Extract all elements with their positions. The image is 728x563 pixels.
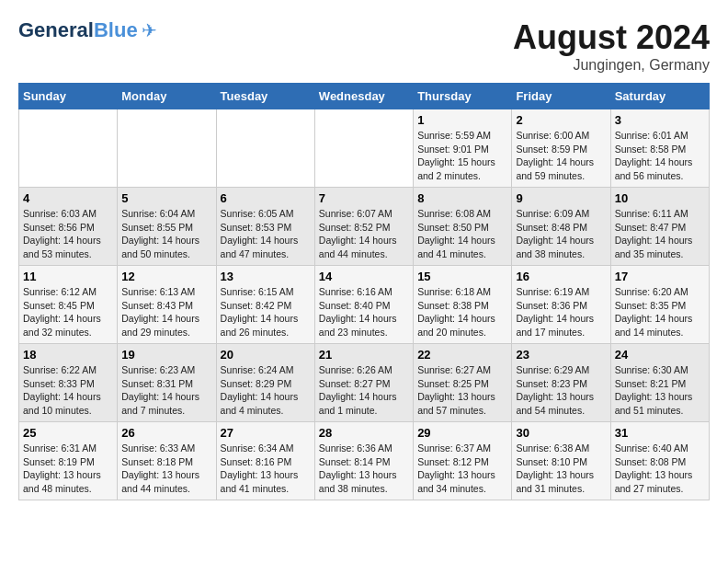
day-info: Sunrise: 6:09 AMSunset: 8:48 PMDaylight:… xyxy=(516,207,606,261)
day-number: 13 xyxy=(221,270,311,283)
day-info: Sunrise: 6:00 AMSunset: 8:59 PMDaylight:… xyxy=(516,129,606,183)
week-row-1: 1Sunrise: 5:59 AMSunset: 9:01 PMDaylight… xyxy=(19,109,710,188)
header-saturday: Saturday xyxy=(610,84,709,109)
day-number: 22 xyxy=(417,348,507,362)
day-info: Sunrise: 6:40 AMSunset: 8:08 PMDaylight:… xyxy=(615,442,705,496)
calendar-cell-2-0: 11Sunrise: 6:12 AMSunset: 8:45 PMDayligh… xyxy=(19,266,118,344)
logo: GeneralBlue ✈ xyxy=(18,18,157,42)
calendar-cell-4-4: 29Sunrise: 6:37 AMSunset: 8:12 PMDayligh… xyxy=(414,422,512,500)
day-info: Sunrise: 6:27 AMSunset: 8:25 PMDaylight:… xyxy=(417,363,507,418)
day-number: 14 xyxy=(319,270,409,283)
calendar-cell-1-6: 10Sunrise: 6:11 AMSunset: 8:47 PMDayligh… xyxy=(610,188,709,266)
calendar-cell-0-5: 2Sunrise: 6:00 AMSunset: 8:59 PMDaylight… xyxy=(512,109,610,188)
day-number: 27 xyxy=(221,426,311,440)
title-block: August 2024 Jungingen, Germany xyxy=(513,18,710,74)
calendar-cell-4-1: 26Sunrise: 6:33 AMSunset: 8:18 PMDayligh… xyxy=(118,422,216,500)
calendar-cell-1-0: 4Sunrise: 6:03 AMSunset: 8:56 PMDaylight… xyxy=(19,188,118,266)
calendar-cell-2-5: 16Sunrise: 6:19 AMSunset: 8:36 PMDayligh… xyxy=(512,266,610,344)
day-info: Sunrise: 6:23 AMSunset: 8:31 PMDaylight:… xyxy=(121,363,211,418)
calendar-cell-3-3: 21Sunrise: 6:26 AMSunset: 8:27 PMDayligh… xyxy=(314,344,413,422)
day-info: Sunrise: 6:38 AMSunset: 8:10 PMDaylight:… xyxy=(516,442,606,496)
day-info: Sunrise: 6:04 AMSunset: 8:55 PMDaylight:… xyxy=(121,207,211,261)
calendar-cell-0-1 xyxy=(118,109,216,188)
day-number: 18 xyxy=(23,348,113,362)
header-wednesday: Wednesday xyxy=(314,84,413,109)
day-info: Sunrise: 6:20 AMSunset: 8:35 PMDaylight:… xyxy=(615,285,705,339)
calendar-cell-0-6: 3Sunrise: 6:01 AMSunset: 8:58 PMDaylight… xyxy=(610,109,709,188)
day-number: 3 xyxy=(615,113,705,127)
logo-text: GeneralBlue xyxy=(18,18,138,42)
day-number: 20 xyxy=(221,348,311,362)
day-number: 16 xyxy=(516,270,606,283)
day-number: 30 xyxy=(516,426,606,440)
day-number: 25 xyxy=(23,426,113,440)
day-info: Sunrise: 6:05 AMSunset: 8:53 PMDaylight:… xyxy=(221,207,311,261)
calendar-table: Sunday Monday Tuesday Wednesday Thursday… xyxy=(18,83,710,500)
calendar-cell-2-3: 14Sunrise: 6:16 AMSunset: 8:40 PMDayligh… xyxy=(314,266,413,344)
calendar-cell-3-6: 24Sunrise: 6:30 AMSunset: 8:21 PMDayligh… xyxy=(610,344,709,422)
calendar-cell-3-5: 23Sunrise: 6:29 AMSunset: 8:23 PMDayligh… xyxy=(512,344,610,422)
day-number: 26 xyxy=(121,426,211,440)
header-friday: Friday xyxy=(512,84,610,109)
day-number: 21 xyxy=(319,348,409,362)
day-info: Sunrise: 6:16 AMSunset: 8:40 PMDaylight:… xyxy=(319,285,409,339)
day-info: Sunrise: 6:29 AMSunset: 8:23 PMDaylight:… xyxy=(516,363,606,418)
day-number: 24 xyxy=(615,348,705,362)
logo-bird-icon: ✈ xyxy=(142,19,157,41)
month-year-title: August 2024 xyxy=(513,18,710,57)
day-info: Sunrise: 6:15 AMSunset: 8:42 PMDaylight:… xyxy=(221,285,311,339)
header-sunday: Sunday xyxy=(19,84,118,109)
day-info: Sunrise: 6:11 AMSunset: 8:47 PMDaylight:… xyxy=(615,207,705,261)
calendar-cell-2-6: 17Sunrise: 6:20 AMSunset: 8:35 PMDayligh… xyxy=(610,266,709,344)
calendar-cell-4-5: 30Sunrise: 6:38 AMSunset: 8:10 PMDayligh… xyxy=(512,422,610,500)
day-number: 4 xyxy=(23,191,113,205)
day-info: Sunrise: 6:22 AMSunset: 8:33 PMDaylight:… xyxy=(23,363,113,418)
day-info: Sunrise: 6:01 AMSunset: 8:58 PMDaylight:… xyxy=(615,129,705,183)
calendar-cell-3-2: 20Sunrise: 6:24 AMSunset: 8:29 PMDayligh… xyxy=(216,344,314,422)
day-info: Sunrise: 6:13 AMSunset: 8:43 PMDaylight:… xyxy=(121,285,211,339)
day-number: 28 xyxy=(319,426,409,440)
day-info: Sunrise: 6:36 AMSunset: 8:14 PMDaylight:… xyxy=(319,442,409,496)
header-monday: Monday xyxy=(118,84,216,109)
day-number: 29 xyxy=(417,426,507,440)
day-info: Sunrise: 6:26 AMSunset: 8:27 PMDaylight:… xyxy=(319,363,409,418)
day-number: 19 xyxy=(121,348,211,362)
day-info: Sunrise: 6:24 AMSunset: 8:29 PMDaylight:… xyxy=(221,363,311,418)
calendar-cell-3-4: 22Sunrise: 6:27 AMSunset: 8:25 PMDayligh… xyxy=(414,344,512,422)
calendar-cell-4-2: 27Sunrise: 6:34 AMSunset: 8:16 PMDayligh… xyxy=(216,422,314,500)
day-number: 17 xyxy=(615,270,705,283)
day-number: 7 xyxy=(319,191,409,205)
day-number: 5 xyxy=(121,191,211,205)
week-row-5: 25Sunrise: 6:31 AMSunset: 8:19 PMDayligh… xyxy=(19,422,710,500)
location-subtitle: Jungingen, Germany xyxy=(513,57,710,74)
calendar-cell-0-0 xyxy=(19,109,118,188)
calendar-cell-2-2: 13Sunrise: 6:15 AMSunset: 8:42 PMDayligh… xyxy=(216,266,314,344)
header-tuesday: Tuesday xyxy=(216,84,314,109)
calendar-header-row: Sunday Monday Tuesday Wednesday Thursday… xyxy=(19,84,710,109)
day-info: Sunrise: 6:33 AMSunset: 8:18 PMDaylight:… xyxy=(121,442,211,496)
day-number: 12 xyxy=(121,270,211,283)
day-info: Sunrise: 6:30 AMSunset: 8:21 PMDaylight:… xyxy=(615,363,705,418)
calendar-cell-4-0: 25Sunrise: 6:31 AMSunset: 8:19 PMDayligh… xyxy=(19,422,118,500)
day-number: 1 xyxy=(417,113,507,127)
day-info: Sunrise: 6:03 AMSunset: 8:56 PMDaylight:… xyxy=(23,207,113,261)
day-info: Sunrise: 6:31 AMSunset: 8:19 PMDaylight:… xyxy=(23,442,113,496)
day-number: 9 xyxy=(516,191,606,205)
day-info: Sunrise: 6:18 AMSunset: 8:38 PMDaylight:… xyxy=(417,285,507,339)
day-number: 31 xyxy=(615,426,705,440)
day-info: Sunrise: 6:08 AMSunset: 8:50 PMDaylight:… xyxy=(417,207,507,261)
calendar-cell-0-2 xyxy=(216,109,314,188)
calendar-cell-1-3: 7Sunrise: 6:07 AMSunset: 8:52 PMDaylight… xyxy=(314,188,413,266)
day-info: Sunrise: 6:34 AMSunset: 8:16 PMDaylight:… xyxy=(221,442,311,496)
week-row-3: 11Sunrise: 6:12 AMSunset: 8:45 PMDayligh… xyxy=(19,266,710,344)
calendar-cell-3-1: 19Sunrise: 6:23 AMSunset: 8:31 PMDayligh… xyxy=(118,344,216,422)
calendar-cell-3-0: 18Sunrise: 6:22 AMSunset: 8:33 PMDayligh… xyxy=(19,344,118,422)
day-number: 8 xyxy=(417,191,507,205)
week-row-4: 18Sunrise: 6:22 AMSunset: 8:33 PMDayligh… xyxy=(19,344,710,422)
day-info: Sunrise: 6:12 AMSunset: 8:45 PMDaylight:… xyxy=(23,285,113,339)
day-info: Sunrise: 6:07 AMSunset: 8:52 PMDaylight:… xyxy=(319,207,409,261)
calendar-cell-4-6: 31Sunrise: 6:40 AMSunset: 8:08 PMDayligh… xyxy=(610,422,709,500)
day-info: Sunrise: 5:59 AMSunset: 9:01 PMDaylight:… xyxy=(417,129,507,183)
day-number: 23 xyxy=(516,348,606,362)
day-number: 11 xyxy=(23,270,113,283)
